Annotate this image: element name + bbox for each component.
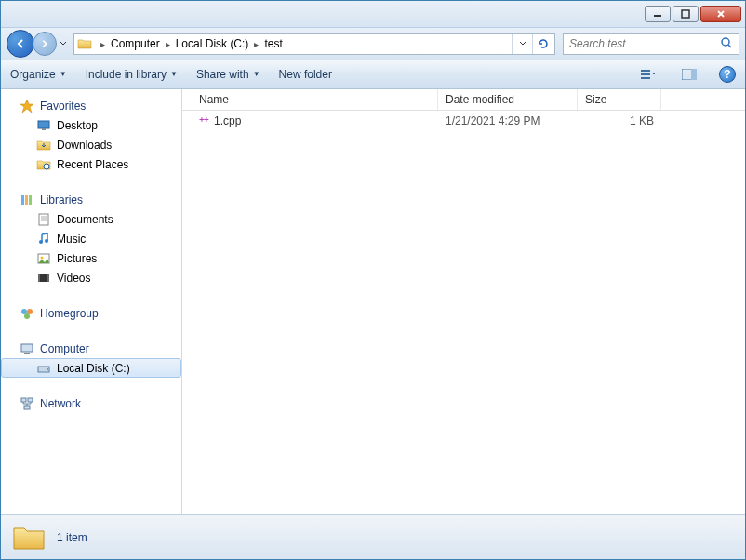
chevron-right-icon[interactable]: ▸ [162, 39, 174, 49]
svg-rect-4 [641, 73, 650, 75]
star-icon [20, 99, 34, 113]
file-row[interactable]: ⁺⁺1.cpp 1/21/2021 4:29 PM 1 KB [182, 111, 745, 131]
navigation-pane: Favorites Desktop Downloads Recent Place… [1, 89, 182, 514]
file-size: 1 KB [578, 114, 661, 127]
organize-menu[interactable]: Organize▼ [10, 68, 67, 81]
svg-point-16 [45, 239, 48, 243]
svg-rect-29 [21, 398, 26, 402]
network-icon [20, 396, 34, 411]
new-folder-button[interactable]: New folder [279, 68, 332, 81]
nav-recent-places[interactable]: Recent Places [1, 154, 181, 174]
nav-label: Network [40, 397, 81, 410]
nav-desktop[interactable]: Desktop [1, 115, 181, 135]
nav-label: Recent Places [57, 158, 128, 171]
nav-label: Homegroup [40, 307, 99, 320]
homegroup-header[interactable]: Homegroup [1, 304, 181, 323]
breadcrumb-localdisk[interactable]: Local Disk (C:) [174, 37, 251, 50]
svg-rect-26 [24, 353, 30, 354]
nav-downloads[interactable]: Downloads [1, 135, 181, 154]
svg-rect-7 [691, 69, 697, 80]
nav-pictures[interactable]: Pictures [1, 248, 181, 268]
nav-label: Documents [57, 213, 113, 226]
folder-icon [12, 523, 46, 553]
nav-label: Desktop [57, 119, 98, 132]
minimize-button[interactable] [645, 6, 671, 22]
chevron-down-icon: ▼ [170, 70, 178, 78]
svg-rect-31 [24, 406, 30, 409]
share-with-menu[interactable]: Share with▼ [196, 68, 260, 81]
column-size[interactable]: Size [578, 89, 661, 110]
file-date: 1/21/2021 4:29 PM [438, 114, 578, 127]
nav-label: Videos [57, 272, 90, 285]
disk-icon [36, 361, 51, 376]
chevron-right-icon[interactable]: ▸ [97, 39, 109, 49]
computer-icon [20, 341, 34, 356]
chevron-right-icon[interactable]: ▸ [250, 39, 262, 49]
libraries-header[interactable]: Libraries [1, 191, 181, 209]
include-library-menu[interactable]: Include in library▼ [86, 68, 178, 81]
svg-point-24 [24, 313, 30, 319]
recent-icon [36, 157, 51, 172]
nav-music[interactable]: Music [1, 229, 181, 248]
toolbar-label: New folder [279, 68, 332, 81]
svg-rect-5 [641, 77, 650, 79]
downloads-icon [36, 138, 51, 153]
back-button[interactable] [7, 30, 34, 58]
file-rows: ⁺⁺1.cpp 1/21/2021 4:29 PM 1 KB [182, 111, 745, 514]
toolbar-label: Include in library [86, 68, 167, 81]
computer-header[interactable]: Computer [1, 340, 181, 358]
maximize-button[interactable] [673, 6, 699, 22]
breadcrumb-computer[interactable]: Computer [109, 37, 162, 50]
toolbar: Organize▼ Include in library▼ Share with… [1, 60, 745, 89]
svg-point-18 [41, 256, 44, 259]
desktop-icon [36, 118, 51, 133]
nav-label: Computer [40, 342, 89, 355]
svg-rect-20 [38, 274, 40, 282]
nav-history-dropdown[interactable] [57, 32, 70, 56]
svg-rect-0 [654, 15, 661, 17]
nav-label: Favorites [40, 100, 86, 113]
svg-rect-13 [29, 195, 32, 205]
nav-label: Downloads [57, 139, 112, 152]
chevron-down-icon: ▼ [253, 70, 260, 78]
address-dropdown[interactable] [512, 34, 532, 54]
help-button[interactable]: ? [719, 66, 736, 83]
preview-pane-button[interactable] [678, 64, 700, 85]
column-headers: Name Date modified Size [182, 89, 745, 111]
column-name[interactable]: Name [182, 89, 438, 110]
svg-rect-21 [47, 274, 49, 282]
toolbar-label: Share with [196, 68, 249, 81]
favorites-header[interactable]: Favorites [1, 97, 181, 115]
search-box[interactable] [563, 33, 739, 55]
svg-point-23 [27, 309, 33, 314]
address-bar[interactable]: ▸ Computer ▸ Local Disk (C:) ▸ test [73, 33, 555, 55]
address-row: ▸ Computer ▸ Local Disk (C:) ▸ test [1, 28, 745, 60]
breadcrumb-test[interactable]: test [262, 37, 284, 50]
nav-label: Local Disk (C:) [57, 362, 130, 375]
nav-label: Pictures [57, 252, 97, 265]
svg-rect-25 [21, 344, 33, 352]
svg-point-22 [21, 309, 27, 314]
nav-videos[interactable]: Videos [1, 268, 181, 287]
documents-icon [36, 212, 51, 227]
nav-documents[interactable]: Documents [1, 209, 181, 229]
close-button[interactable] [700, 6, 741, 22]
search-input[interactable] [569, 37, 720, 50]
chevron-down-icon: ▼ [60, 70, 67, 78]
nav-local-disk[interactable]: Local Disk (C:) [1, 358, 181, 378]
window-controls [645, 6, 741, 22]
column-date[interactable]: Date modified [438, 89, 578, 110]
network-header[interactable]: Network [1, 394, 181, 413]
view-options-button[interactable] [637, 64, 659, 85]
forward-button[interactable] [33, 32, 57, 56]
search-icon[interactable] [720, 36, 733, 52]
titlebar [1, 1, 745, 28]
svg-rect-12 [25, 195, 28, 205]
svg-point-15 [39, 240, 43, 244]
refresh-button[interactable] [532, 34, 553, 54]
svg-point-10 [44, 164, 49, 169]
svg-rect-8 [38, 121, 49, 128]
svg-rect-1 [682, 10, 689, 18]
cpp-file-icon: ⁺⁺ [199, 115, 208, 127]
svg-rect-14 [39, 214, 48, 225]
